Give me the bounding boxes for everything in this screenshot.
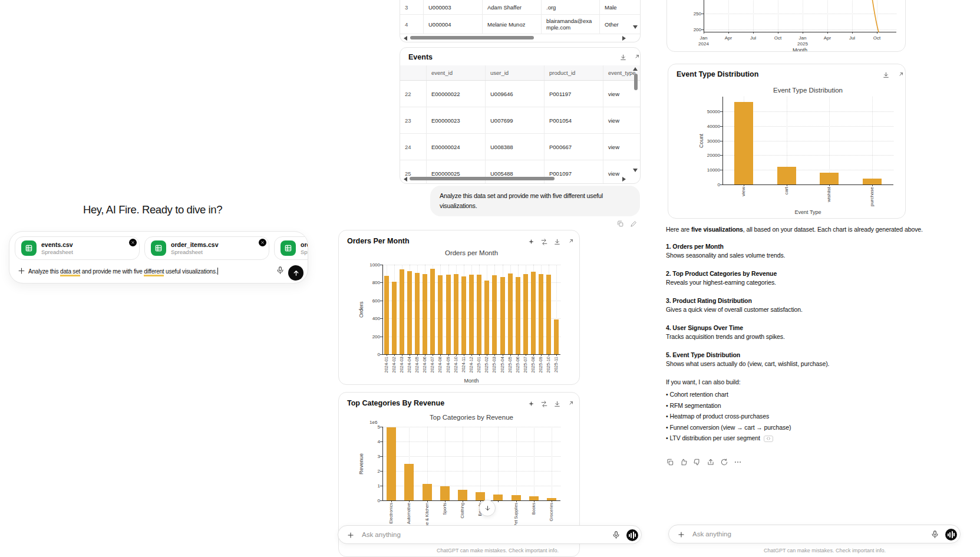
table-cell: blairamanda@example.com	[542, 15, 600, 34]
regenerate-icon[interactable]	[720, 458, 728, 466]
panel-title: Events	[408, 53, 433, 61]
x-tick-label: Books	[531, 503, 537, 515]
scroll-down-icon[interactable]	[633, 169, 638, 172]
x-tick-label: Automotive	[406, 503, 412, 524]
orders-chart-panel: Orders Per Month 020040060080010002024-0…	[338, 230, 580, 385]
bar	[508, 273, 513, 354]
bar	[484, 281, 489, 354]
x-tick-label: 2024-12	[468, 357, 474, 373]
bar	[493, 495, 503, 500]
attachment-chip[interactable]: events.csvSpreadsheet	[15, 236, 140, 260]
x-tick-label: cart	[784, 187, 790, 195]
attachment-chip[interactable]: order_items.csvSpreadsheet	[144, 236, 269, 260]
x-tick-label: 2024-05	[414, 357, 420, 373]
text-cursor	[217, 268, 218, 275]
bar	[500, 277, 505, 354]
copy-icon[interactable]	[616, 219, 624, 227]
table-cell: E00000025	[427, 160, 486, 184]
bar	[469, 275, 474, 354]
edit-icon[interactable]	[630, 219, 638, 227]
mic-icon[interactable]	[276, 266, 285, 275]
scroll-left-icon[interactable]	[404, 36, 407, 41]
voice-mode-button[interactable]	[626, 529, 638, 541]
table-cell: 22	[400, 81, 427, 107]
column-header	[400, 65, 427, 80]
composer-placeholder: Ask anything	[692, 530, 731, 538]
event-type-chart: 01000020000300004000050000viewcartwishli…	[668, 64, 905, 218]
events-table-panel: Events event_iduser_idproduct_idevent_ty…	[400, 47, 641, 184]
bar	[392, 282, 397, 354]
add-attachment-button[interactable]	[17, 266, 26, 275]
download-icon[interactable]	[619, 53, 627, 61]
expand-icon[interactable]	[632, 53, 640, 61]
x-tick-label: Sports	[442, 503, 448, 515]
chat-composer[interactable]: Ask anything	[338, 525, 642, 544]
mic-icon[interactable]	[612, 530, 621, 539]
scroll-left-icon[interactable]	[404, 177, 407, 182]
visualization-item: 5. Event Type DistributionShows what use…	[666, 351, 978, 369]
x-tick-label: 2025-03	[491, 357, 497, 373]
remove-attachment-button[interactable]	[129, 239, 137, 246]
scroll-to-bottom-button[interactable]	[479, 500, 496, 516]
voice-mode-button[interactable]	[945, 529, 957, 540]
scroll-right-icon[interactable]	[622, 36, 626, 41]
user-message-bubble: Analyze this data set and provide me wit…	[430, 186, 640, 216]
x-tick-label: Pet Supplies	[513, 503, 519, 526]
table-cell: U000003	[424, 0, 483, 14]
attachment-type: Spreadsheet	[41, 249, 73, 255]
thumbs-up-icon[interactable]	[679, 458, 688, 466]
chart-title: Orders per Month	[395, 249, 548, 256]
table-cell: U000004	[424, 15, 483, 34]
vertical-scrollbar[interactable]	[634, 74, 638, 90]
more-options-icon[interactable]	[734, 458, 742, 466]
plus-icon[interactable]	[347, 531, 355, 539]
attachments-row: events.csvSpreadsheetorder_items.csvSpre…	[15, 236, 308, 260]
x-tick-label: 2025-10	[546, 357, 552, 373]
horizontal-scrollbar[interactable]	[410, 177, 555, 180]
bar	[438, 275, 443, 354]
attachment-chip[interactable]: orders.csvSpreadsheet	[274, 236, 308, 260]
share-icon[interactable]	[707, 458, 715, 466]
thumbs-down-icon[interactable]	[693, 458, 701, 466]
visualization-item: 1. Orders per MonthShows seasonality and…	[666, 242, 978, 261]
x-tick-label: 2025-07	[523, 357, 529, 373]
table-cell: 3	[400, 0, 424, 14]
x-tick-label: purchase	[869, 187, 875, 206]
remove-attachment-button[interactable]	[259, 239, 266, 246]
chart-title: Event Type Distribution	[731, 87, 885, 94]
bar	[415, 273, 420, 354]
bar	[734, 102, 753, 184]
bar	[539, 274, 543, 354]
send-button[interactable]	[288, 265, 303, 281]
bar	[492, 275, 497, 354]
table-cell: P000667	[545, 134, 603, 160]
x-tick-label: Groceries	[549, 503, 555, 521]
code-icon[interactable]	[764, 436, 773, 442]
visualization-item: 4. User Signups Over TimeTracks acquisit…	[666, 324, 978, 342]
spreadsheet-icon	[21, 240, 37, 256]
message-actions	[666, 458, 742, 466]
chat-composer[interactable]: Ask anything	[668, 525, 961, 543]
mic-icon[interactable]	[930, 530, 939, 539]
horizontal-scrollbar[interactable]	[410, 36, 534, 39]
plus-icon[interactable]	[677, 530, 685, 539]
event-type-chart-panel: Event Type Distribution 0100002000030000…	[668, 64, 906, 219]
x-tick-label: 2025-01	[476, 357, 482, 373]
disclaimer-text: ChatGPT can make mistakes. Check importa…	[764, 548, 886, 553]
spreadsheet-icon	[151, 240, 166, 256]
table-cell: E00000023	[427, 107, 486, 133]
x-tick-label: 2024-07	[430, 357, 435, 373]
x-axis-label: Month	[436, 378, 507, 384]
scroll-right-icon[interactable]	[622, 177, 626, 182]
greeting-heading: Hey, AI Fire. Ready to dive in?	[83, 203, 222, 216]
x-tick-label: Clothing	[460, 503, 466, 518]
table-cell: Male	[600, 0, 641, 14]
suggestion-bullet: • Funnel conversion (view → cart → purch…	[666, 422, 978, 433]
suggestion-bullet: • RFM segmentation	[666, 400, 978, 411]
scroll-down-icon[interactable]	[633, 25, 638, 29]
prompt-input[interactable]: Analyze this data set and provide me wit…	[28, 268, 218, 275]
scroll-up-icon[interactable]	[633, 67, 638, 71]
bar	[387, 427, 396, 500]
bar	[430, 269, 435, 354]
copy-icon[interactable]	[666, 458, 674, 466]
